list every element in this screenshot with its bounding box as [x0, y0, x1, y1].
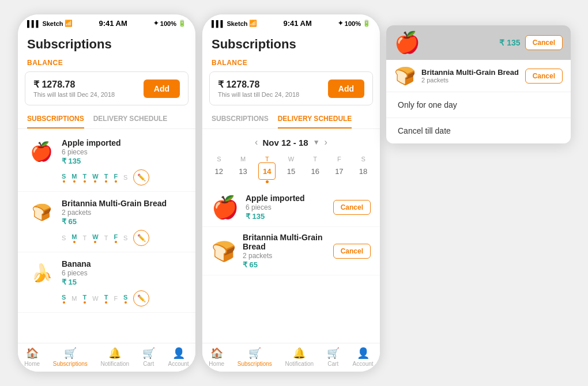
banana-day-f-1: F: [114, 295, 118, 302]
account-icon-1: 👤: [172, 347, 185, 359]
nav-account-2[interactable]: 👤 Account: [352, 347, 373, 367]
bread-day-f-1: F: [114, 233, 118, 243]
cal-prev-btn[interactable]: ‹: [255, 137, 258, 147]
wday-label-m: M: [240, 156, 246, 162]
bluetooth-icon: ✦: [153, 20, 159, 27]
popup-menu-one-day[interactable]: Only for one day: [386, 92, 571, 118]
signal-icon-2: ▌▌▌: [212, 20, 225, 27]
del-apple-name: Apple imported: [246, 194, 326, 203]
tab-subscriptions-2[interactable]: SUBSCRIPTIONS: [212, 110, 269, 128]
day-t-1: T: [83, 173, 87, 183]
nav-home-1[interactable]: 🏠 Home: [24, 347, 40, 367]
popup-cancel-bread-btn[interactable]: Cancel: [525, 69, 563, 84]
cancel-bread-btn[interactable]: Cancel: [333, 244, 371, 259]
cancel-apple-btn[interactable]: Cancel: [333, 200, 371, 215]
item-price-apple-1: ₹ 135: [62, 157, 186, 165]
banana-day-s-1: S: [62, 294, 66, 304]
day-f-1: F: [114, 173, 118, 183]
banana-image-1: 🍌: [27, 258, 56, 287]
apple-image-1: 🍎: [27, 137, 56, 166]
day-w-1: W: [92, 173, 98, 183]
time-display-2: 9:41 AM: [283, 19, 311, 28]
notification-label-1: Notification: [101, 361, 129, 367]
item-qty-apple-1: 6 pieces: [62, 148, 186, 156]
status-bar-1: ▌▌▌ Sketch 📶 9:41 AM ✦ 100% 🔋: [18, 14, 195, 30]
nav-notification-2[interactable]: 🔔 Notification: [285, 347, 314, 367]
del-apple-qty: 6 pieces: [246, 203, 326, 211]
day-m-1: M: [71, 173, 77, 183]
bluetooth-icon-2: ✦: [338, 20, 343, 27]
app-name: Sketch: [42, 20, 63, 27]
wday-num-13: 13: [235, 162, 252, 180]
week-day-wed: W 15: [281, 156, 301, 183]
balance-note-1: This will last till Dec 24, 2018: [33, 91, 115, 98]
nav-account-1[interactable]: 👤 Account: [168, 347, 189, 367]
week-day-tue: T 14: [257, 156, 277, 183]
wday-num-14: 14: [258, 162, 276, 180]
wday-label-f: F: [337, 156, 341, 162]
item-qty-bread-1: 2 packets: [62, 209, 186, 217]
edit-btn-bread-1[interactable]: ✏️: [133, 230, 149, 246]
tab-subscriptions-1[interactable]: SUBSCRIPTIONS: [27, 110, 84, 128]
page-title-1: Subscriptions: [18, 30, 195, 54]
popup-bread-name: Britannia Multi-Grain Bread: [421, 68, 519, 77]
tab-delivery-2[interactable]: DELIVERY SCHEDULE: [278, 110, 352, 128]
tab-delivery-1[interactable]: DELIVERY SCHEDULE: [93, 110, 168, 128]
edit-btn-banana-1[interactable]: ✏️: [133, 290, 149, 306]
popup-apple-price: ₹ 135: [499, 38, 520, 47]
week-day-sun: S 12: [209, 156, 229, 183]
add-button-1[interactable]: Add: [144, 80, 180, 98]
bread-day-s2-1: S: [123, 234, 127, 241]
week-day-fri: F 17: [329, 156, 349, 183]
add-button-2[interactable]: Add: [328, 80, 364, 98]
bread-day-w-1: W: [92, 233, 98, 243]
balance-label-2: BALANCE: [202, 54, 380, 69]
page-title-2: Subscriptions: [202, 30, 380, 54]
tabs-1: SUBSCRIPTIONS DELIVERY SCHEDULE: [18, 110, 195, 129]
del-bread-qty: 2 packets: [243, 252, 326, 260]
nav-subscriptions-2[interactable]: 🛒 Subscriptions: [238, 347, 272, 367]
wday-label-s2: S: [361, 156, 365, 162]
cart-icon-1: 🛒: [142, 347, 155, 359]
banana-day-t2-1: T: [104, 294, 108, 304]
phone-1: ▌▌▌ Sketch 📶 9:41 AM ✦ 100% 🔋 Subscripti…: [17, 14, 196, 372]
wday-label-w: W: [288, 156, 294, 162]
calendar-header: ‹ Nov 12 - 18 ▼ ›: [202, 131, 380, 153]
wday-num-17: 17: [330, 162, 348, 180]
popup-panel: 🍎 ₹ 135 Cancel 🍞 Britannia Multi-Grain B…: [386, 25, 571, 143]
popup-menu-cancel-till-date[interactable]: Cancel till date: [386, 118, 571, 143]
notification-label-2: Notification: [285, 361, 314, 367]
notification-icon-2: 🔔: [293, 347, 306, 359]
del-bread-price: ₹ 65: [243, 260, 326, 269]
popup-bread-img: 🍞: [394, 66, 416, 86]
wday-num-12: 12: [210, 162, 228, 180]
time-display: 9:41 AM: [99, 19, 127, 28]
wday-num-15: 15: [282, 162, 300, 180]
del-bread-img: 🍞: [212, 240, 236, 263]
cal-dropdown-icon[interactable]: ▼: [313, 138, 320, 146]
subscriptions-icon-2: 🛒: [248, 347, 261, 359]
edit-btn-apple-1[interactable]: ✏️: [133, 169, 149, 186]
nav-cart-1[interactable]: 🛒 Cart: [142, 347, 155, 367]
sub-item-bread-1: 🍞 Britannia Multi-Grain Bread 2 packets …: [18, 192, 195, 252]
nav-cart-2[interactable]: 🛒 Cart: [327, 347, 340, 367]
phone-2: ▌▌▌ Sketch 📶 9:41 AM ✦ 100% 🔋 Subscripti…: [202, 14, 380, 372]
banana-day-m-1: M: [71, 295, 77, 302]
tabs-2: SUBSCRIPTIONS DELIVERY SCHEDULE: [202, 110, 380, 129]
popup-img-strip: 🍎 ₹ 135 Cancel: [386, 25, 571, 60]
account-label-1: Account: [168, 361, 189, 367]
nav-notification-1[interactable]: 🔔 Notification: [101, 347, 129, 367]
banana-day-t-1: T: [83, 294, 87, 304]
popup-cancel-apple-btn[interactable]: Cancel: [525, 35, 563, 50]
del-apple-img: 🍎: [212, 195, 239, 220]
cal-next-btn[interactable]: ›: [325, 137, 327, 147]
sub-item-apple-1: 🍎 Apple imported 6 pieces ₹ 135 S M T W …: [18, 131, 195, 192]
nav-subscriptions-1[interactable]: 🛒 Subscriptions: [53, 347, 88, 367]
item-qty-banana-1: 6 pieces: [62, 269, 186, 277]
popup-bread-row: 🍞 Britannia Multi-Grain Bread 2 packets …: [386, 60, 571, 92]
balance-note-2: This will last till Dec 24, 2018: [218, 91, 299, 98]
day-t2-1: T: [104, 173, 108, 183]
nav-home-2[interactable]: 🏠 Home: [209, 347, 224, 367]
item-price-bread-1: ₹ 65: [62, 217, 186, 226]
bottom-nav-2: 🏠 Home 🛒 Subscriptions 🔔 Notification 🛒 …: [202, 343, 380, 372]
